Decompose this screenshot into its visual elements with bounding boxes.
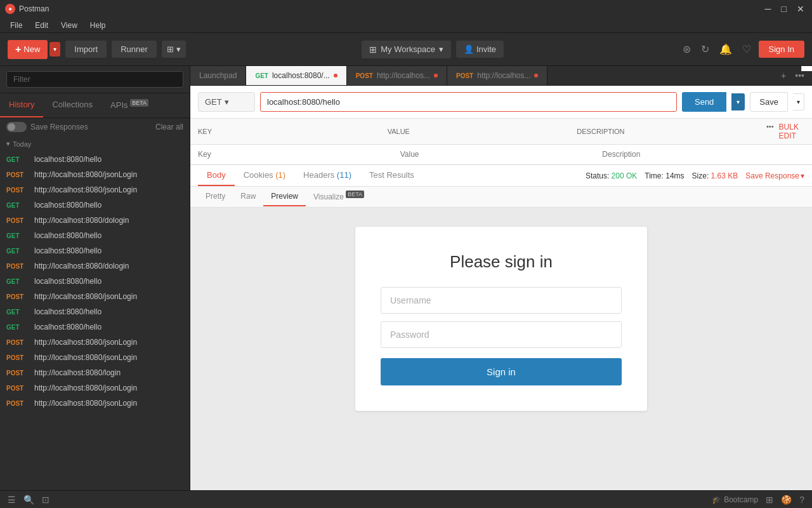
list-item[interactable]: POST http://localhost:8080/login [0, 365, 190, 380]
bootcamp-label: Bootcamp [724, 495, 758, 504]
notification-icon[interactable]: 🔔 [717, 41, 735, 58]
layout-icon: ⊞ [167, 44, 174, 54]
invite-button[interactable]: 👤 Invite [456, 41, 504, 58]
search-icon[interactable]: 🔍 [23, 495, 34, 505]
chevron-icon: ▾ [801, 171, 804, 180]
list-item[interactable]: GET localhost:8080/hello [0, 274, 190, 289]
menu-view[interactable]: View [56, 20, 82, 31]
send-dropdown-button[interactable]: ▾ [731, 93, 745, 110]
list-item[interactable]: POST http://localhost:8080/dologin [0, 213, 190, 228]
method-badge: POST [6, 263, 29, 270]
import-button[interactable]: Import [65, 41, 107, 58]
value-input[interactable] [400, 147, 603, 161]
help-icon[interactable]: ? [799, 495, 804, 505]
grid-icon: ⊞ [369, 44, 377, 55]
bottom-bar-right: 🎓 Bootcamp ⊞ 🍪 ? [712, 495, 804, 505]
sidebar-tab-history[interactable]: History [0, 93, 43, 117]
list-item[interactable]: POST http://localhost:8080/jsonLogin [0, 396, 190, 411]
menu-edit[interactable]: Edit [30, 20, 53, 31]
status-value: 200 OK [612, 171, 638, 180]
cookie-icon[interactable]: 🍪 [781, 495, 792, 505]
tab-launchpad[interactable]: Launchpad [190, 66, 246, 85]
sidebar: History Collections APIs BETA Save Respo… [0, 66, 190, 490]
sidebar-tab-apis[interactable]: APIs BETA [102, 93, 157, 117]
resp-tab-headers[interactable]: Headers (11) [294, 165, 360, 186]
sign-in-button[interactable]: Sign In [759, 41, 804, 58]
view-tab-pretty[interactable]: Pretty [198, 187, 233, 206]
clear-all-button[interactable]: Clear all [155, 123, 183, 131]
sidebar-tab-collections[interactable]: Collections [43, 93, 102, 117]
resp-tab-test-results[interactable]: Test Results [360, 165, 423, 186]
list-item[interactable]: POST http://localhost:8080/jsonLogin [0, 167, 190, 182]
console-icon[interactable]: ⊡ [42, 495, 49, 505]
tab-post-1[interactable]: POST http://localhos... [347, 66, 447, 85]
tab-dot-3 [534, 74, 538, 77]
list-item[interactable]: POST http://localhost:8080/jsonLogin [0, 182, 190, 197]
description-input[interactable] [602, 147, 804, 161]
menu-help[interactable]: Help [85, 20, 111, 31]
toggle-switch[interactable] [6, 122, 27, 132]
view-tab-visualize[interactable]: Visualize BETA [306, 187, 372, 207]
heart-icon[interactable]: ♡ [740, 41, 754, 58]
runner-button[interactable]: Runner [112, 41, 157, 58]
layout-icon[interactable]: ⊞ [766, 495, 773, 505]
key-input[interactable] [198, 147, 400, 161]
history-url: http://localhost:8080/dologin [34, 216, 129, 225]
new-button[interactable]: + New [8, 40, 48, 59]
params-row-1 [190, 145, 812, 164]
list-item[interactable]: POST http://localhost:8080/jsonLogin [0, 289, 190, 304]
minimize-button[interactable]: ─ [763, 4, 774, 14]
bootcamp-button[interactable]: 🎓 Bootcamp [712, 495, 758, 504]
url-input[interactable] [261, 93, 676, 111]
satellite-icon[interactable]: ⊛ [680, 41, 693, 58]
sync-icon[interactable]: ↻ [698, 41, 712, 58]
plus-icon: + [15, 44, 21, 55]
search-input[interactable] [6, 71, 183, 88]
list-item[interactable]: GET localhost:8080/hello [0, 152, 190, 167]
title-bar: ✦ Postman ─ □ ✕ [0, 0, 812, 18]
close-button[interactable]: ✕ [794, 4, 807, 14]
params-actions: ••• Bulk Edit [766, 123, 804, 140]
method-badge: GET [6, 248, 29, 255]
sidebar-toggle-button[interactable]: ⊞ ▾ [162, 41, 186, 58]
maximize-button[interactable]: □ [779, 4, 789, 14]
list-item[interactable]: GET localhost:8080/hello [0, 319, 190, 335]
list-item[interactable]: POST http://localhost:8080/jsonLogin [0, 380, 190, 396]
resp-tab-body[interactable]: Body [198, 165, 235, 186]
workspace-button[interactable]: ⊞ My Workspace ▾ [362, 41, 451, 58]
history-url: localhost:8080/hello [34, 155, 102, 164]
list-item[interactable]: GET localhost:8080/hello [0, 243, 190, 258]
history-url: localhost:8080/hello [34, 307, 102, 316]
more-icon[interactable]: ••• [766, 123, 774, 140]
method-select[interactable]: GET ▾ [198, 92, 255, 112]
new-dropdown-button[interactable]: ▾ [49, 42, 60, 57]
list-item[interactable]: POST http://localhost:8080/dologin [0, 258, 190, 274]
save-response-button[interactable]: Save Response ▾ [745, 171, 804, 180]
method-badge: GET [6, 202, 29, 209]
send-button[interactable]: Send [682, 92, 726, 112]
history-list: ▾ Today GET localhost:8080/hello POST ht… [0, 136, 190, 490]
tab-method-get: GET [255, 72, 268, 79]
description-header: DESCRIPTION [577, 128, 766, 135]
list-item[interactable]: POST http://localhost:8080/jsonLogin [0, 335, 190, 350]
sign-in-submit-button[interactable]: Sign in [381, 358, 622, 385]
tab-post-2[interactable]: POST http://localhos... [447, 66, 547, 85]
save-button[interactable]: Save [750, 92, 788, 112]
list-item[interactable]: GET localhost:8080/hello [0, 197, 190, 213]
tab-get-hello[interactable]: GET localhost:8080/... [246, 66, 346, 85]
headers-count: (11) [337, 170, 351, 180]
save-dropdown-button[interactable]: ▾ [793, 93, 804, 110]
bulk-edit-button[interactable]: Bulk Edit [779, 123, 804, 140]
view-tab-raw[interactable]: Raw [233, 187, 263, 206]
list-item[interactable]: GET localhost:8080/hello [0, 228, 190, 243]
menu-file[interactable]: File [5, 20, 27, 31]
add-tab-button[interactable]: + [778, 68, 789, 83]
password-input[interactable] [381, 321, 622, 348]
resp-tab-cookies[interactable]: Cookies (1) [235, 165, 294, 186]
history-url: localhost:8080/hello [34, 323, 102, 331]
username-input[interactable] [381, 287, 622, 314]
sidebar-icon[interactable]: ☰ [8, 495, 16, 505]
list-item[interactable]: POST http://localhost:8080/jsonLogin [0, 350, 190, 365]
view-tab-preview[interactable]: Preview [263, 187, 306, 206]
list-item[interactable]: GET localhost:8080/hello [0, 304, 190, 319]
